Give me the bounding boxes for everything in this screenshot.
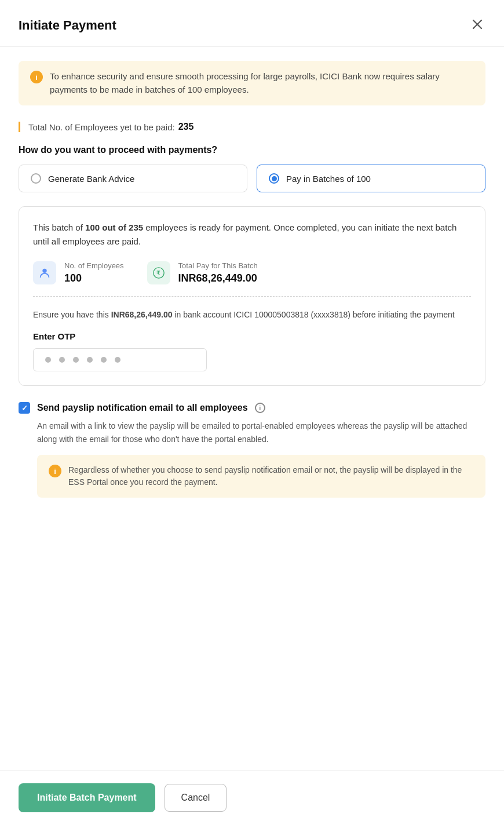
payslip-info-banner-icon: i — [49, 465, 61, 477]
modal-footer: Initiate Batch Payment Cancel — [0, 770, 504, 825]
employees-count-row: Total No. of Employees yet to be paid: 2… — [19, 122, 485, 132]
otp-dot-5 — [101, 357, 107, 363]
employees-stat-icon — [33, 261, 56, 284]
employees-stat-label: No. of Employees — [64, 261, 124, 270]
svg-text:₹: ₹ — [156, 270, 160, 276]
total-pay-stat-value: INR68,26,449.00 — [178, 272, 258, 284]
payslip-label: Send payslip notification email to all e… — [37, 403, 248, 413]
stat-total-pay: ₹ Total Pay for This Batch INR68,26,449.… — [147, 261, 258, 284]
batch-description: This batch of 100 out of 235 employees i… — [33, 221, 471, 249]
batch-stats: No. of Employees 100 ₹ Total Pay for Thi… — [33, 261, 471, 284]
payslip-checkbox-row: ✓ Send payslip notification email to all… — [19, 402, 485, 414]
otp-dot-4 — [87, 357, 93, 363]
payslip-description: An email with a link to view the payslip… — [19, 419, 485, 446]
payslip-info-box: i Regardless of whether you choose to se… — [37, 455, 485, 498]
payment-options: Generate Bank Advice Pay in Batches of 1… — [19, 165, 485, 192]
otp-dot-6 — [115, 357, 120, 363]
modal-body: i To enhance security and ensure smooth … — [0, 47, 504, 770]
payslip-info-text: Regardless of whether you choose to send… — [68, 464, 474, 488]
info-icon: i — [30, 71, 43, 83]
employees-stat-value: 100 — [64, 272, 124, 284]
stat-employees-text: No. of Employees 100 — [64, 261, 124, 284]
batch-info-card: This batch of 100 out of 235 employees i… — [19, 206, 485, 386]
radio-batch[interactable] — [269, 173, 279, 184]
otp-dot-1 — [45, 357, 51, 363]
svg-point-2 — [42, 269, 46, 273]
option-batch-label: Pay in Batches of 100 — [286, 174, 371, 184]
option-pay-in-batches[interactable]: Pay in Batches of 100 — [257, 165, 485, 192]
ensure-text: Ensure you have this INR68,26,449.00 in … — [33, 308, 471, 321]
otp-dot-2 — [59, 357, 65, 363]
initiate-batch-payment-button[interactable]: Initiate Batch Payment — [19, 783, 155, 812]
otp-input[interactable] — [33, 348, 207, 371]
employees-label: Total No. of Employees yet to be paid: — [28, 122, 175, 132]
radio-generate[interactable] — [31, 173, 41, 184]
employees-count: 235 — [178, 122, 194, 132]
divider — [33, 296, 471, 297]
info-banner-text: To enhance security and ensure smooth pr… — [50, 70, 474, 96]
modal-header: Initiate Payment — [0, 0, 504, 47]
stat-total-pay-text: Total Pay for This Batch INR68,26,449.00 — [178, 261, 258, 284]
payslip-checkbox[interactable]: ✓ — [19, 402, 30, 414]
modal-title: Initiate Payment — [19, 18, 116, 33]
info-banner: i To enhance security and ensure smooth … — [19, 61, 485, 105]
otp-dot-3 — [73, 357, 79, 363]
proceed-label: How do you want to proceed with payments… — [19, 145, 485, 155]
cancel-button[interactable]: Cancel — [165, 784, 227, 812]
payslip-info-icon: i — [255, 403, 265, 413]
close-button[interactable] — [469, 16, 485, 35]
radio-inner — [272, 176, 277, 181]
payslip-section: ✓ Send payslip notification email to all… — [19, 402, 485, 498]
checkbox-checkmark: ✓ — [21, 404, 28, 413]
option-generate-label: Generate Bank Advice — [48, 174, 134, 184]
otp-label: Enter OTP — [33, 331, 471, 341]
total-pay-stat-label: Total Pay for This Batch — [178, 261, 258, 270]
total-pay-stat-icon: ₹ — [147, 261, 170, 284]
option-generate-bank-advice[interactable]: Generate Bank Advice — [19, 165, 247, 192]
stat-employees: No. of Employees 100 — [33, 261, 124, 284]
